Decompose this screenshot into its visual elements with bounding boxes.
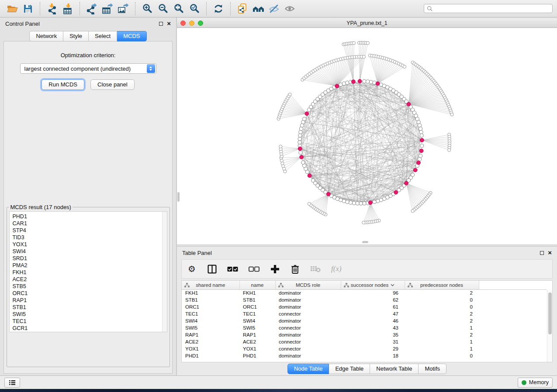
- table-row[interactable]: SWI5SWI5connector431: [182, 324, 547, 331]
- tab-motifs[interactable]: Motifs: [419, 364, 446, 374]
- column-header-shared-name[interactable]: shared name: [182, 281, 239, 289]
- close-panel-button[interactable]: Close panel: [90, 79, 135, 90]
- network-graph[interactable]: [177, 28, 556, 244]
- table-row[interactable]: STB1STB1dominator620: [182, 296, 547, 303]
- network-canvas[interactable]: [177, 28, 557, 244]
- table-cell[interactable]: YOX1: [182, 345, 239, 352]
- table-row[interactable]: PHD1PHD1dominator180: [182, 352, 547, 359]
- mcds-result-item[interactable]: CAR1: [13, 220, 167, 227]
- apply-layout-icon[interactable]: [211, 2, 226, 15]
- delete-column-icon[interactable]: [290, 265, 300, 274]
- table-cell[interactable]: connector: [275, 324, 341, 331]
- result-list-scrollbar[interactable]: [162, 212, 167, 332]
- table-scrollbar[interactable]: [547, 290, 552, 362]
- table-cell[interactable]: 2: [405, 317, 479, 324]
- run-mcds-button[interactable]: Run MCDS: [42, 79, 84, 90]
- import-table-icon[interactable]: [60, 2, 76, 15]
- table-cell[interactable]: dominator: [275, 331, 341, 338]
- table-cell[interactable]: connector: [275, 310, 341, 317]
- table-row[interactable]: ACE2ACE2connector311: [182, 338, 547, 345]
- table-row[interactable]: TEC1TEC1connector472: [182, 310, 547, 317]
- table-cell[interactable]: 62: [341, 296, 405, 303]
- table-cell[interactable]: 47: [341, 310, 405, 317]
- hide-all-columns-icon[interactable]: [249, 266, 259, 272]
- tab-network[interactable]: Network: [29, 31, 63, 41]
- mcds-result-item[interactable]: TID3: [13, 234, 167, 241]
- zoom-out-icon[interactable]: [155, 2, 171, 15]
- mcds-result-item[interactable]: ORC1: [13, 290, 167, 297]
- criterion-select[interactable]: largest connected component (undirected): [20, 63, 156, 74]
- clone-network-icon[interactable]: [235, 2, 250, 15]
- mcds-result-item[interactable]: PMA2: [13, 262, 167, 269]
- table-cell[interactable]: dominator: [275, 303, 341, 310]
- table-cell[interactable]: FKH1: [239, 289, 275, 296]
- table-cell[interactable]: 46: [341, 317, 405, 324]
- search-input[interactable]: [435, 6, 550, 12]
- minimize-window-button[interactable]: [189, 21, 194, 26]
- table-cell[interactable]: 61: [341, 303, 405, 310]
- column-header-successor-nodes[interactable]: successor nodes: [341, 281, 405, 289]
- table-cell[interactable]: SWI5: [182, 324, 239, 331]
- table-cell[interactable]: 0: [405, 296, 479, 303]
- table-row[interactable]: ORC1ORC1dominator610: [182, 303, 547, 310]
- mcds-result-item[interactable]: TEC1: [13, 318, 167, 325]
- tab-select[interactable]: Select: [89, 31, 117, 41]
- table-cell[interactable]: 35: [341, 331, 405, 338]
- table-cell[interactable]: ORC1: [239, 303, 275, 310]
- table-cell[interactable]: STB1: [239, 296, 275, 303]
- table-cell[interactable]: ORC1: [182, 303, 239, 310]
- show-all-columns-icon[interactable]: [227, 266, 238, 272]
- table-cell[interactable]: SWI4: [182, 317, 239, 324]
- mcds-result-item[interactable]: STB5: [13, 283, 167, 290]
- mcds-result-item[interactable]: ACE2: [13, 276, 167, 283]
- table-cell[interactable]: dominator: [275, 317, 341, 324]
- mcds-result-item[interactable]: STB1: [13, 304, 167, 311]
- network-vertical-scrollbar[interactable]: [177, 192, 180, 202]
- table-cell[interactable]: TEC1: [239, 310, 275, 317]
- close-panel-icon[interactable]: ×: [167, 21, 171, 26]
- table-row[interactable]: FKH1FKH1dominator962: [182, 289, 547, 296]
- close-table-panel-icon[interactable]: ×: [548, 251, 552, 255]
- mcds-result-item[interactable]: STP4: [13, 227, 167, 234]
- show-all-icon[interactable]: [282, 2, 298, 15]
- column-header-mcds-role[interactable]: MCDS role: [275, 281, 341, 289]
- table-settings-icon[interactable]: ⚙: [187, 265, 197, 273]
- table-cell[interactable]: connector: [275, 345, 341, 352]
- hide-selected-icon[interactable]: [266, 2, 282, 15]
- import-network-icon[interactable]: [44, 2, 60, 15]
- float-panel-icon[interactable]: [159, 22, 163, 26]
- tab-mcds[interactable]: MCDS: [117, 31, 146, 41]
- close-window-button[interactable]: [180, 21, 186, 26]
- table-cell[interactable]: PHD1: [239, 352, 275, 359]
- mcds-result-item[interactable]: SWI4: [13, 248, 167, 255]
- tab-network-table[interactable]: Network Table: [370, 364, 419, 374]
- table-row[interactable]: RAP1RAP1dominator352: [182, 331, 547, 338]
- table-cell[interactable]: 1: [405, 345, 479, 352]
- table-cell[interactable]: 2: [405, 289, 479, 296]
- table-row[interactable]: SWI4SWI4dominator462: [182, 317, 547, 324]
- table-cell[interactable]: STB1: [182, 296, 239, 303]
- search-box[interactable]: [424, 4, 553, 13]
- table-cell[interactable]: dominator: [275, 296, 341, 303]
- table-cell[interactable]: 96: [341, 289, 405, 296]
- table-cell[interactable]: TEC1: [182, 310, 239, 317]
- table-cell[interactable]: YOX1: [239, 345, 275, 352]
- table-cell[interactable]: FKH1: [182, 289, 239, 296]
- zoom-selected-icon[interactable]: [187, 2, 202, 15]
- save-session-icon[interactable]: [20, 2, 36, 15]
- mcds-result-item[interactable]: PHD1: [13, 213, 167, 220]
- task-history-button[interactable]: [4, 378, 20, 388]
- open-session-icon[interactable]: [4, 2, 20, 15]
- table-cell[interactable]: SWI4: [239, 317, 275, 324]
- add-column-icon[interactable]: [270, 265, 280, 273]
- zoom-in-icon[interactable]: [139, 2, 155, 15]
- mcds-result-item[interactable]: YOX1: [13, 241, 167, 248]
- table-cell[interactable]: ACE2: [239, 338, 275, 345]
- table-cell[interactable]: 2: [405, 310, 479, 317]
- column-header-name[interactable]: name: [239, 281, 275, 289]
- export-table-icon[interactable]: [100, 2, 115, 15]
- maximize-window-button[interactable]: [198, 21, 203, 26]
- column-layout-icon[interactable]: [207, 265, 217, 274]
- zoom-fit-icon[interactable]: [171, 2, 187, 15]
- tab-edge-table[interactable]: Edge Table: [329, 364, 370, 374]
